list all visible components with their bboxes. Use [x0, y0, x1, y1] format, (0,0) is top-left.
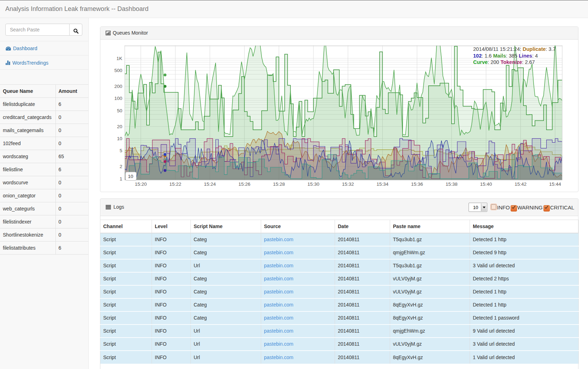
svg-text:15:38: 15:38	[446, 181, 458, 187]
svg-text:50: 50	[117, 108, 122, 113]
svg-text:15:20: 15:20	[135, 181, 147, 187]
svg-text:102: 1.6 Mails: 385 Lines: 4: 102: 1.6 Mails: 385 Lines: 4	[473, 53, 538, 59]
svg-text:15:26: 15:26	[239, 181, 251, 187]
svg-text:10: 10	[117, 136, 122, 141]
svg-text:2: 2	[119, 164, 122, 169]
svg-text:100: 100	[114, 96, 122, 101]
svg-text:15:22: 15:22	[169, 181, 181, 187]
svg-text:20: 20	[117, 124, 122, 129]
svg-text:15:34: 15:34	[377, 181, 389, 187]
svg-text:15:44: 15:44	[549, 181, 561, 187]
svg-text:500: 500	[114, 68, 122, 73]
svg-text:15:36: 15:36	[411, 181, 423, 187]
svg-text:15:30: 15:30	[307, 181, 319, 187]
svg-text:1K: 1K	[116, 56, 122, 61]
svg-text:Curve: 200 Tokenize: 2.67: Curve: 200 Tokenize: 2.67	[473, 59, 535, 65]
svg-text:15:42: 15:42	[514, 181, 527, 187]
svg-text:200: 200	[114, 84, 122, 89]
svg-text:2014/08/11 15:21:24: Duplicate: 2014/08/11 15:21:24: Duplicate: 3.7	[473, 46, 556, 52]
svg-text:15:40: 15:40	[480, 181, 492, 187]
svg-text:15:24: 15:24	[204, 181, 216, 187]
svg-text:15:28: 15:28	[273, 181, 285, 187]
svg-text:10: 10	[128, 174, 133, 179]
svg-text:5: 5	[119, 148, 122, 153]
svg-text:1: 1	[119, 176, 122, 181]
svg-text:15:32: 15:32	[342, 181, 354, 187]
